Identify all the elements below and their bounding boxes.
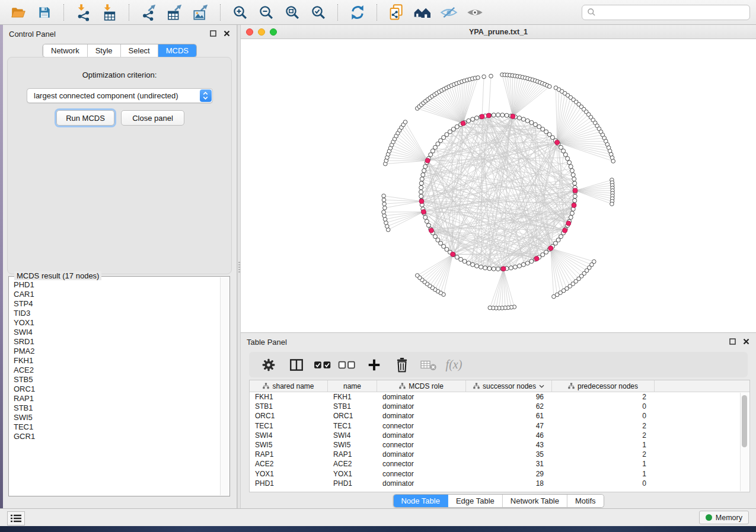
table-row[interactable]: SWI5SWI5connector431 xyxy=(250,440,741,450)
open-file-button[interactable] xyxy=(6,2,31,23)
table-row[interactable]: PHD1PHD1dominator180 xyxy=(250,479,741,488)
zoom-fit-button[interactable] xyxy=(280,2,305,23)
cell-mcds-role: connector xyxy=(377,470,466,478)
close-panel-button[interactable]: Close panel xyxy=(121,110,184,126)
column-header-predecessor-nodes[interactable]: predecessor nodes xyxy=(552,380,655,392)
cell-successor-nodes: 43 xyxy=(466,441,552,449)
zoom-out-button[interactable] xyxy=(254,2,279,23)
window-close-icon[interactable] xyxy=(246,28,253,36)
table-scrollbar-thumb[interactable] xyxy=(742,395,747,447)
table-scrollbar[interactable] xyxy=(740,393,749,491)
tab-style[interactable]: Style xyxy=(88,44,121,57)
mcds-result-item[interactable]: ACE2 xyxy=(14,366,216,375)
export-network-button[interactable] xyxy=(136,2,161,23)
tab-node-table[interactable]: Node Table xyxy=(393,495,448,507)
table-row[interactable]: FKH1FKH1dominator962 xyxy=(250,392,741,402)
window-minimize-icon[interactable] xyxy=(258,28,265,36)
hide-selected-button[interactable] xyxy=(436,2,461,23)
mcds-result-item[interactable]: TEC1 xyxy=(14,422,216,432)
run-mcds-button[interactable]: Run MCDS xyxy=(56,110,114,126)
cell-name: YOX1 xyxy=(328,470,377,478)
show-all-button[interactable] xyxy=(462,2,487,23)
deselect-all-button[interactable] xyxy=(335,354,359,376)
zoom-selected-button[interactable] xyxy=(306,2,331,23)
refresh-view-button[interactable] xyxy=(345,2,370,23)
network-canvas[interactable] xyxy=(241,39,756,332)
cell-successor-nodes: 35 xyxy=(466,450,552,459)
column-header-name[interactable]: name xyxy=(328,380,377,392)
task-history-button[interactable] xyxy=(7,511,25,525)
search-box[interactable] xyxy=(582,5,750,20)
column-label: shared name xyxy=(272,382,314,390)
function-builder-button[interactable]: f(x) xyxy=(441,354,465,376)
column-header-successor-nodes[interactable]: successor nodes xyxy=(466,380,552,392)
tab-network-table[interactable]: Network Table xyxy=(503,495,567,507)
import-table-button[interactable] xyxy=(97,2,122,23)
mcds-result-item[interactable]: GCR1 xyxy=(14,432,216,441)
mcds-result-item[interactable]: STB1 xyxy=(14,403,216,413)
split-view-button[interactable] xyxy=(284,354,308,376)
cell-name: RAP1 xyxy=(328,450,377,459)
memory-status-icon xyxy=(706,514,712,521)
mcds-result-item[interactable]: PHD1 xyxy=(14,280,216,290)
toolbar-separator xyxy=(63,4,65,21)
tab-motifs[interactable]: Motifs xyxy=(567,495,604,507)
eye-slash-icon xyxy=(440,5,458,20)
search-input[interactable] xyxy=(599,7,745,17)
select-all-button[interactable] xyxy=(311,354,335,376)
table-row[interactable]: ORC1ORC1dominator610 xyxy=(250,411,741,421)
mcds-list-scrollbar[interactable] xyxy=(220,277,229,495)
mcds-result-item[interactable]: RAP1 xyxy=(14,394,216,403)
table-row[interactable]: ACE2ACE2connector311 xyxy=(250,459,741,469)
zoom-in-button[interactable] xyxy=(228,2,253,23)
delete-table-button[interactable] xyxy=(416,354,441,376)
table-row[interactable]: TEC1TEC1connector472 xyxy=(250,421,741,431)
tree-icon xyxy=(473,383,480,389)
network-graph[interactable] xyxy=(241,39,756,332)
network-window-titlebar[interactable]: YPA_prune.txt_1 xyxy=(241,25,756,39)
column-header-mcds-role[interactable]: MCDS role xyxy=(377,380,466,392)
tab-select[interactable]: Select xyxy=(121,44,158,57)
optimization-criterion-select[interactable]: largest connected component (undirected) xyxy=(27,88,213,103)
tab-network[interactable]: Network xyxy=(43,44,88,57)
table-row[interactable]: RAP1RAP1dominator352 xyxy=(250,450,741,459)
mcds-result-item[interactable]: ORC1 xyxy=(14,384,216,394)
create-column-button[interactable] xyxy=(362,354,386,376)
export-image-button[interactable] xyxy=(189,2,213,23)
mcds-result-item[interactable]: FKH1 xyxy=(14,356,216,366)
mcds-result-item[interactable]: SRD1 xyxy=(14,337,216,347)
mcds-result-item[interactable]: YOX1 xyxy=(14,318,216,328)
column-header-shared-name[interactable]: shared name xyxy=(250,380,328,392)
mcds-result-item[interactable]: SWI5 xyxy=(14,413,216,422)
first-neighbors-button[interactable] xyxy=(410,2,435,23)
cell-shared-name: STB1 xyxy=(250,402,328,411)
tab-edge-table[interactable]: Edge Table xyxy=(448,495,503,507)
close-panel-icon[interactable] xyxy=(224,30,230,37)
mcds-result-item[interactable]: PMA2 xyxy=(14,347,216,356)
splitter-grip[interactable] xyxy=(238,262,240,274)
cell-name: TEC1 xyxy=(328,422,377,430)
import-network-button[interactable] xyxy=(71,2,96,23)
table-row[interactable]: YOX1YOX1connector291 xyxy=(250,469,741,479)
save-session-button[interactable] xyxy=(32,2,57,23)
memory-button[interactable]: Memory xyxy=(699,511,749,524)
tab-mcds[interactable]: MCDS xyxy=(158,44,196,57)
float-panel-icon[interactable] xyxy=(729,338,736,345)
float-panel-icon[interactable] xyxy=(210,30,216,37)
table-settings-button[interactable] xyxy=(256,354,280,376)
table-row[interactable]: STB1STB1dominator620 xyxy=(250,402,741,411)
duplicate-network-button[interactable] xyxy=(384,2,409,23)
cell-predecessor-nodes: 2 xyxy=(552,422,655,430)
cell-mcds-role: connector xyxy=(377,441,466,449)
export-table-button[interactable] xyxy=(162,2,187,23)
close-panel-icon[interactable] xyxy=(743,338,749,345)
mcds-result-item[interactable]: CAR1 xyxy=(14,290,216,299)
mcds-result-item[interactable]: TID3 xyxy=(14,309,216,318)
table-row[interactable]: SWI4SWI4dominator462 xyxy=(250,431,741,440)
mcds-result-item[interactable]: STB5 xyxy=(14,375,216,384)
delete-column-button[interactable] xyxy=(390,354,414,376)
cell-successor-nodes: 18 xyxy=(466,479,552,488)
mcds-result-item[interactable]: SWI4 xyxy=(14,328,216,337)
mcds-result-item[interactable]: STP4 xyxy=(14,299,216,309)
window-zoom-icon[interactable] xyxy=(270,28,277,36)
